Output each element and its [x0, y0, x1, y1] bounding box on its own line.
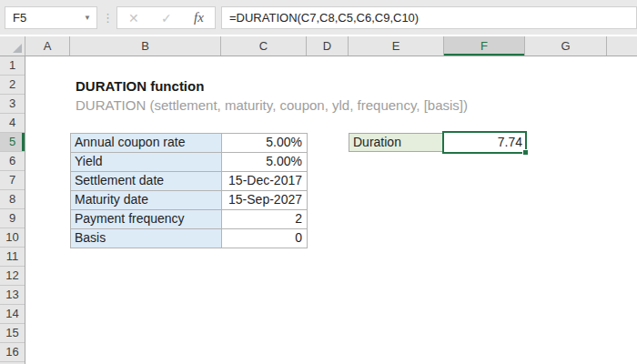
result-label-cell[interactable]: Duration	[349, 133, 444, 152]
excel-window: F5 ▼ ⋮ ✕ ✓ fx =DURATION(C7,C8,C5,C6,C9,C…	[0, 0, 637, 364]
input-value-yield[interactable]: 5.00%	[222, 153, 308, 172]
column-header-f[interactable]: F	[444, 36, 525, 56]
formula-bar-separator: ⋮	[102, 6, 114, 29]
formula-buttons: ✕ ✓ fx	[116, 6, 216, 29]
row-header-8[interactable]: 8	[0, 190, 25, 209]
input-label-basis[interactable]: Basis	[71, 229, 222, 248]
cancel-icon[interactable]: ✕	[128, 11, 139, 25]
input-value-payment-frequency[interactable]: 2	[222, 210, 308, 229]
selected-cell-f5[interactable]: 7.74	[442, 131, 527, 154]
row-header-12[interactable]: 12	[0, 267, 25, 286]
row-header-3[interactable]: 3	[0, 95, 25, 114]
table-row: Maturity date 15-Sep-2027	[71, 191, 308, 210]
row-header-11[interactable]: 11	[0, 248, 25, 267]
namebox-dropdown-icon[interactable]: ▼	[84, 7, 91, 28]
formula-text: =DURATION(C7,C8,C5,C6,C9,C10)	[229, 11, 419, 25]
row-header-5[interactable]: 5	[0, 133, 25, 152]
column-header-d[interactable]: D	[307, 36, 349, 56]
select-all-corner[interactable]	[0, 36, 25, 56]
input-label-payment-frequency[interactable]: Payment frequency	[71, 210, 222, 229]
sheet-title-cell[interactable]: DURATION function	[76, 76, 204, 96]
name-box-value: F5	[13, 11, 26, 25]
sheet-subtitle-cell[interactable]: DURATION (settlement, maturity, coupon, …	[76, 96, 468, 115]
formula-bar: F5 ▼ ⋮ ✕ ✓ fx =DURATION(C7,C8,C5,C6,C9,C…	[0, 0, 637, 35]
input-label-settlement-date[interactable]: Settlement date	[71, 172, 222, 191]
input-label-yield[interactable]: Yield	[71, 153, 222, 172]
column-header-b[interactable]: B	[70, 36, 221, 56]
table-row: Settlement date 15-Dec-2017	[71, 172, 308, 191]
result-value: 7.74	[444, 133, 525, 152]
select-all-triangle-icon	[13, 44, 22, 53]
fill-handle[interactable]	[522, 149, 529, 156]
formula-input[interactable]: =DURATION(C7,C8,C5,C6,C9,C10)	[221, 6, 637, 29]
row-header-6[interactable]: 6	[0, 152, 25, 171]
input-value-annual-coupon-rate[interactable]: 5.00%	[222, 134, 308, 153]
row-header-9[interactable]: 9	[0, 209, 25, 228]
row-headers: 1 2 3 4 5 6 7 8 9 10 11 12 13 14 15 16	[0, 56, 25, 364]
name-box[interactable]: F5 ▼	[5, 6, 97, 29]
input-table: Annual coupon rate 5.00% Yield 5.00% Set…	[70, 133, 308, 248]
input-value-maturity-date[interactable]: 15-Sep-2027	[222, 191, 308, 210]
insert-function-icon[interactable]: fx	[194, 10, 204, 25]
input-label-annual-coupon-rate[interactable]: Annual coupon rate	[71, 134, 222, 153]
row-header-10[interactable]: 10	[0, 228, 25, 248]
row-header-2[interactable]: 2	[0, 76, 25, 95]
table-row: Yield 5.00%	[71, 153, 308, 172]
input-value-settlement-date[interactable]: 15-Dec-2017	[222, 172, 308, 191]
table-row: Basis 0	[71, 229, 308, 248]
input-label-maturity-date[interactable]: Maturity date	[71, 191, 222, 210]
column-header-a[interactable]: A	[25, 36, 70, 56]
row-header-14[interactable]: 14	[0, 305, 25, 324]
input-value-basis[interactable]: 0	[222, 229, 308, 248]
row-header-1[interactable]: 1	[0, 56, 25, 76]
column-header-g[interactable]: G	[525, 36, 607, 56]
row-header-7[interactable]: 7	[0, 171, 25, 190]
column-header-c[interactable]: C	[221, 36, 307, 56]
column-header-e[interactable]: E	[349, 36, 444, 56]
table-row: Annual coupon rate 5.00%	[71, 134, 308, 153]
enter-icon[interactable]: ✓	[161, 11, 172, 25]
row-header-16[interactable]: 16	[0, 343, 25, 362]
row-header-13[interactable]: 13	[0, 286, 25, 305]
table-row: Payment frequency 2	[71, 210, 308, 229]
row-header-15[interactable]: 15	[0, 324, 25, 343]
column-headers: A B C D E F G	[0, 36, 637, 56]
row-header-4[interactable]: 4	[0, 114, 25, 133]
